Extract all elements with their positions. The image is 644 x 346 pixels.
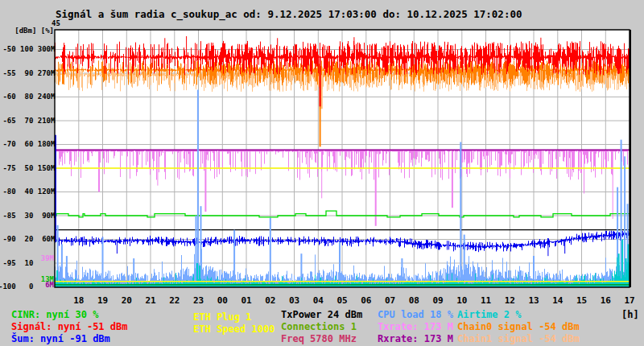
x-axis-hour-label: 22 <box>163 295 187 306</box>
y-axis-row: -65 70 210M <box>0 117 55 126</box>
x-axis-hour-label: 19 <box>91 295 115 306</box>
x-axis-hour-label: 11 <box>474 295 498 306</box>
y-axis-row: -50 100 300M <box>0 45 55 54</box>
y-axis-row: -90 20 60M <box>0 235 55 244</box>
legend-signal: Signál: nyní -51 dBm <box>11 321 128 332</box>
legend-connections: Connections 1 <box>281 321 357 332</box>
y-axis-unit-label: [dBm] [%] <box>0 27 54 35</box>
x-axis-unit-label: [h] <box>621 309 639 320</box>
y-axis-row: -85 30 90M <box>0 212 55 220</box>
x-axis-hour-label: 08 <box>402 295 426 306</box>
y-axis-row: -60 80 240M <box>0 93 55 101</box>
x-axis-hour-label: 13 <box>522 295 546 306</box>
mrtg-signal-graph-page: Signál a šum radia c_soukup_ac od: 9.12.… <box>0 0 644 346</box>
x-axis-hour-label: 12 <box>497 295 522 306</box>
x-axis-hour-label: 18 <box>67 295 91 306</box>
legend-chain1: Chain1 signal -54 dBm <box>457 333 580 344</box>
y-axis-row: -55 90 270M <box>0 69 55 78</box>
x-axis-hour-label: 17 <box>617 295 642 306</box>
x-axis-hour-label: 14 <box>546 295 570 306</box>
x-axis-hour-label: 21 <box>138 295 163 306</box>
x-axis-hour-label: 15 <box>570 295 594 306</box>
legend-eth-plug: ETH Plug 1 <box>193 311 251 323</box>
legend-airtime: Airtime 2 % <box>457 309 521 320</box>
legend-rxrate: Rxrate: 173 M <box>378 333 453 344</box>
x-axis-hour-label: 04 <box>306 295 330 306</box>
x-axis-hour-label: 01 <box>234 295 258 306</box>
chart-title: Signál a šum radia c_soukup_ac od: 9.12.… <box>56 8 522 20</box>
y-axis-extra-label: 39M <box>0 254 54 262</box>
legend-chain0: Chain0 signal -54 dBm <box>457 321 580 332</box>
signal-noise-chart <box>0 0 644 346</box>
legend-eth-speed: ETH Speed 1000 <box>193 323 275 335</box>
x-axis-hour-label: 20 <box>114 295 138 306</box>
x-axis-hour-label: 05 <box>330 295 354 306</box>
legend-txrate: Txrate: 173 M <box>378 321 453 332</box>
y-axis-row: -70 60 180M <box>0 140 55 149</box>
x-axis-hour-label: 16 <box>593 295 617 306</box>
x-axis-hour-label: 06 <box>354 295 378 306</box>
legend-noise: Šum: nyní -91 dBm <box>11 333 110 344</box>
x-axis-hour-label: 02 <box>258 295 283 306</box>
x-axis-hour-label: 10 <box>450 295 474 306</box>
x-axis-hour-label: 07 <box>378 295 402 306</box>
x-axis-hour-label: 03 <box>283 295 307 306</box>
y-axis-row: -80 40 120M <box>0 187 55 196</box>
legend-cinr: CINR: nyní 30 % <box>11 309 98 320</box>
x-axis-hour-label: 09 <box>426 295 450 306</box>
legend-txpower: TxPower 24 dBm <box>281 309 362 320</box>
y-axis-extra-label: 6M <box>0 281 54 289</box>
legend-cpu-load: CPU load 18 % <box>378 309 453 320</box>
x-axis-hour-label: 00 <box>210 295 234 306</box>
y-axis-row: -75 50 150M <box>0 164 55 173</box>
x-axis-hour-label: 23 <box>187 295 211 306</box>
legend-freq: Freq 5780 MHz <box>281 333 357 344</box>
